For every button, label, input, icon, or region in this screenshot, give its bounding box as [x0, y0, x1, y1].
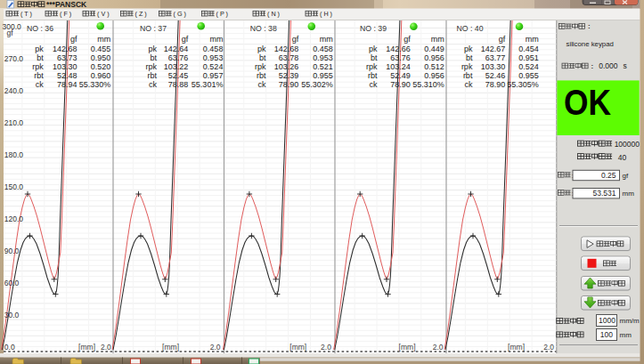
- svg-text:240.0: 240.0: [4, 86, 24, 95]
- svg-text:55.305%: 55.305%: [507, 80, 539, 89]
- svg-text:0.455: 0.455: [91, 44, 111, 53]
- svg-text:gf: gf: [292, 35, 299, 44]
- svg-text:78.90: 78.90: [390, 80, 411, 89]
- svg-text:2.0: 2.0: [543, 343, 554, 352]
- svg-text:52.45: 52.45: [168, 71, 189, 80]
- svg-text:bt: bt: [259, 53, 266, 62]
- svg-text:pk: pk: [148, 44, 157, 53]
- svg-text:NO : 36: NO : 36: [27, 24, 53, 33]
- svg-text:55.301%: 55.301%: [192, 80, 224, 89]
- svg-text:0.950: 0.950: [91, 53, 111, 62]
- svg-text:142.68: 142.68: [53, 44, 77, 53]
- svg-text:78.94: 78.94: [57, 80, 77, 89]
- svg-text:55.310%: 55.310%: [412, 80, 444, 89]
- svg-text:rbt: rbt: [257, 71, 266, 80]
- svg-text:( P ): ( P ): [216, 10, 228, 18]
- svg-text:52.49: 52.49: [390, 71, 411, 80]
- svg-text:ck: ck: [370, 80, 379, 89]
- svg-text:63.73: 63.73: [57, 53, 77, 62]
- svg-text:rbt: rbt: [34, 71, 44, 80]
- svg-text:ck: ck: [258, 80, 267, 89]
- svg-text:bt: bt: [466, 53, 473, 62]
- svg-text:NO : 37: NO : 37: [140, 24, 167, 33]
- svg-text:30.0: 30.0: [4, 311, 20, 320]
- svg-text:52.48: 52.48: [57, 71, 77, 80]
- svg-text:pk: pk: [35, 44, 44, 53]
- svg-text:gf: gf: [182, 35, 189, 44]
- svg-text:rpk: rpk: [461, 62, 473, 71]
- svg-text:[mm]: [mm]: [289, 343, 306, 352]
- svg-text:s: s: [624, 61, 627, 70]
- svg-text:0.25: 0.25: [601, 171, 616, 180]
- svg-text:103.30: 103.30: [53, 62, 77, 71]
- svg-text:63.76: 63.76: [168, 53, 189, 62]
- svg-text:52.46: 52.46: [485, 71, 506, 80]
- svg-text:rbt: rbt: [463, 71, 473, 80]
- svg-text:bt: bt: [150, 53, 157, 62]
- svg-text:63.78: 63.78: [279, 53, 299, 62]
- svg-text:[mm]: [mm]: [78, 343, 95, 352]
- svg-text:0.956: 0.956: [424, 71, 444, 80]
- svg-text:40: 40: [618, 153, 627, 162]
- svg-text:142.68: 142.68: [274, 44, 299, 53]
- svg-text:0.520: 0.520: [91, 62, 111, 71]
- svg-text:0.955: 0.955: [313, 71, 333, 80]
- svg-text:180.0: 180.0: [4, 150, 24, 159]
- svg-text:mm/m: mm/m: [620, 317, 640, 325]
- svg-text:103.24: 103.24: [386, 62, 411, 71]
- svg-text:rbt: rbt: [368, 71, 378, 80]
- svg-text:1000: 1000: [599, 316, 615, 325]
- svg-text:0.454: 0.454: [518, 44, 539, 53]
- svg-text:150.0: 150.0: [4, 182, 24, 191]
- svg-text:gf: gf: [404, 35, 411, 44]
- svg-text:55.302%: 55.302%: [301, 80, 333, 89]
- svg-text:mm: mm: [623, 190, 635, 198]
- svg-text:***PANSCK: ***PANSCK: [46, 0, 87, 9]
- svg-text:( T ): ( T ): [20, 10, 32, 18]
- svg-text:0.458: 0.458: [313, 44, 333, 53]
- svg-text::: :: [591, 62, 594, 70]
- svg-text:bt: bt: [37, 53, 44, 62]
- svg-text:0.955: 0.955: [518, 71, 539, 80]
- svg-text:rpk: rpk: [366, 62, 378, 71]
- svg-text:142.66: 142.66: [386, 44, 411, 53]
- svg-text:rpk: rpk: [255, 62, 266, 71]
- svg-text:pk: pk: [464, 44, 473, 53]
- svg-text:pk: pk: [257, 44, 266, 53]
- svg-text:0.953: 0.953: [313, 53, 333, 62]
- svg-text:0.0: 0.0: [4, 343, 15, 352]
- svg-text:78.90: 78.90: [279, 80, 299, 89]
- svg-text:2.0: 2.0: [210, 343, 221, 352]
- svg-text:NO : 38: NO : 38: [250, 24, 277, 33]
- svg-text:142.67: 142.67: [481, 44, 506, 53]
- svg-text:NO : 40: NO : 40: [457, 24, 484, 33]
- svg-text:78.90: 78.90: [485, 80, 506, 89]
- svg-text:120.0: 120.0: [4, 214, 24, 223]
- svg-text:ck: ck: [36, 80, 45, 89]
- svg-text:100: 100: [600, 330, 613, 339]
- svg-text:0.524: 0.524: [518, 62, 539, 71]
- svg-text:52.39: 52.39: [279, 71, 299, 80]
- svg-text:pk: pk: [369, 44, 378, 53]
- svg-text:2.0: 2.0: [321, 343, 331, 352]
- svg-text:100000: 100000: [615, 140, 640, 149]
- svg-text:[mm]: [mm]: [508, 343, 525, 352]
- svg-text:0.957: 0.957: [203, 71, 224, 80]
- svg-text:103.26: 103.26: [274, 62, 299, 71]
- svg-text:( Z ): ( Z ): [135, 10, 147, 18]
- svg-text:2.0: 2.0: [433, 343, 444, 352]
- svg-text:0.956: 0.956: [424, 53, 444, 62]
- svg-text:60.0: 60.0: [4, 279, 20, 287]
- svg-text:OK: OK: [564, 82, 611, 123]
- svg-text:270.0: 270.0: [4, 54, 24, 63]
- svg-text:mm: mm: [209, 35, 223, 44]
- svg-text:rbt: rbt: [147, 71, 157, 80]
- svg-text:78.88: 78.88: [168, 80, 189, 89]
- svg-text:0.524: 0.524: [203, 62, 224, 71]
- svg-text:0.512: 0.512: [424, 62, 444, 71]
- svg-text:0.000: 0.000: [599, 61, 618, 70]
- svg-text:ck: ck: [464, 80, 473, 89]
- svg-text:mm: mm: [620, 331, 632, 339]
- svg-text:[mm]: [mm]: [399, 343, 416, 352]
- svg-text:rpk: rpk: [145, 62, 157, 71]
